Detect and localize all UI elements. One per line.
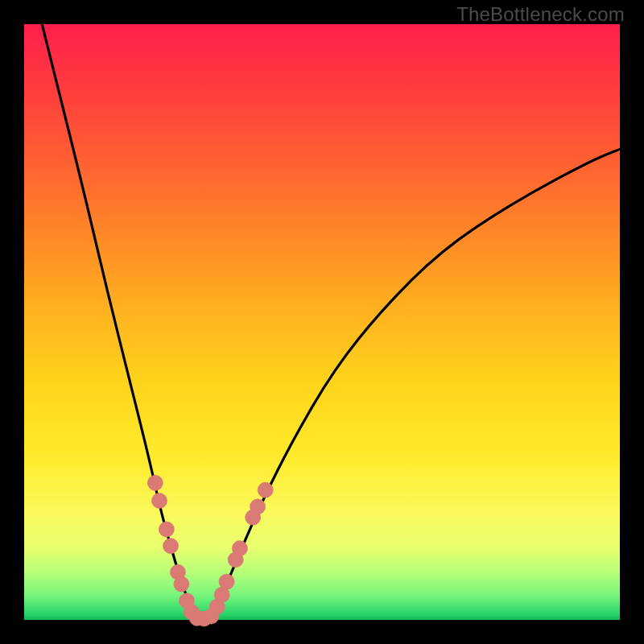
marker-dot: [163, 539, 178, 554]
marker-dot: [159, 522, 174, 537]
curve-left: [42, 24, 199, 620]
marker-dot: [147, 475, 163, 490]
chart-svg: [24, 24, 620, 620]
marker-group: [147, 475, 273, 626]
chart-frame: TheBottleneck.com: [0, 0, 644, 644]
marker-dot: [258, 482, 273, 497]
curve-right: [200, 149, 620, 620]
marker-dot: [232, 541, 247, 556]
marker-dot: [151, 493, 167, 508]
marker-dot: [174, 576, 189, 592]
marker-dot: [250, 499, 265, 514]
marker-dot: [219, 574, 234, 589]
watermark-text: TheBottleneck.com: [456, 3, 625, 26]
plot-area: [24, 24, 620, 620]
